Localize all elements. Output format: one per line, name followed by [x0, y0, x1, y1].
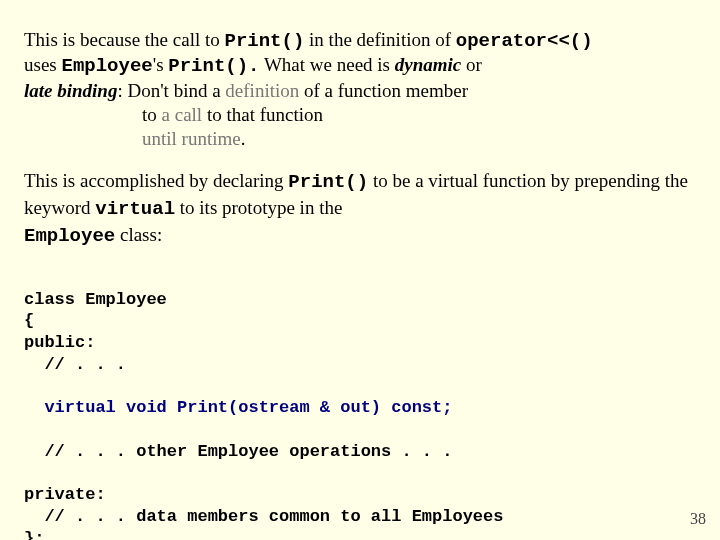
text: to a call to that function — [142, 104, 323, 125]
code-line: private: — [24, 485, 106, 504]
until-runtime: until runtime — [142, 128, 241, 149]
code-line: { — [24, 311, 34, 330]
text: or — [461, 54, 482, 75]
text: to its prototype in the — [175, 197, 342, 218]
text: to be a — [368, 170, 428, 191]
virtual-keyword: virtual — [95, 198, 175, 220]
virtual-function: virtual function — [428, 170, 546, 191]
text: This is accomplished by declaring — [24, 170, 288, 191]
code-line: // . . . — [24, 355, 126, 374]
text: until runtime. — [142, 128, 245, 149]
definition: definition — [225, 80, 299, 101]
slide-content: This is because the call to Print() in t… — [0, 0, 720, 540]
code-line: // . . . data members common to all Empl… — [24, 507, 503, 526]
dynamic: dynamic — [395, 54, 462, 75]
a-call: a call — [162, 104, 203, 125]
page-number: 38 — [690, 510, 706, 528]
code-block: class Employee { public: // . . . virtua… — [24, 267, 700, 540]
code-operator: operator<<() — [456, 30, 593, 52]
code-line: public: — [24, 333, 95, 352]
virtual-declaration: virtual void Print(ostream & out) const; — [24, 398, 452, 417]
text: class: — [115, 224, 162, 245]
paragraph-1: This is because the call to Print() in t… — [24, 28, 700, 152]
code-line: }; — [24, 529, 44, 540]
code-print: Print() — [225, 30, 305, 52]
text: uses — [24, 54, 61, 75]
text: : Don't bind a — [117, 80, 225, 101]
text: 's — [153, 54, 169, 75]
text: of a function member — [299, 80, 468, 101]
text: What we need is — [260, 54, 395, 75]
code-employee: Employee — [61, 55, 152, 77]
text: This is because the call to — [24, 29, 225, 50]
code-print: Print() — [288, 171, 368, 193]
code-print: Print(). — [168, 55, 259, 77]
code-line: class Employee — [24, 290, 167, 309]
paragraph-2: This is accomplished by declaring Print(… — [24, 168, 700, 249]
code-employee: Employee — [24, 225, 115, 247]
late-binding: late binding — [24, 80, 117, 101]
code-line: // . . . other Employee operations . . . — [24, 442, 452, 461]
text: in the definition of — [304, 29, 455, 50]
